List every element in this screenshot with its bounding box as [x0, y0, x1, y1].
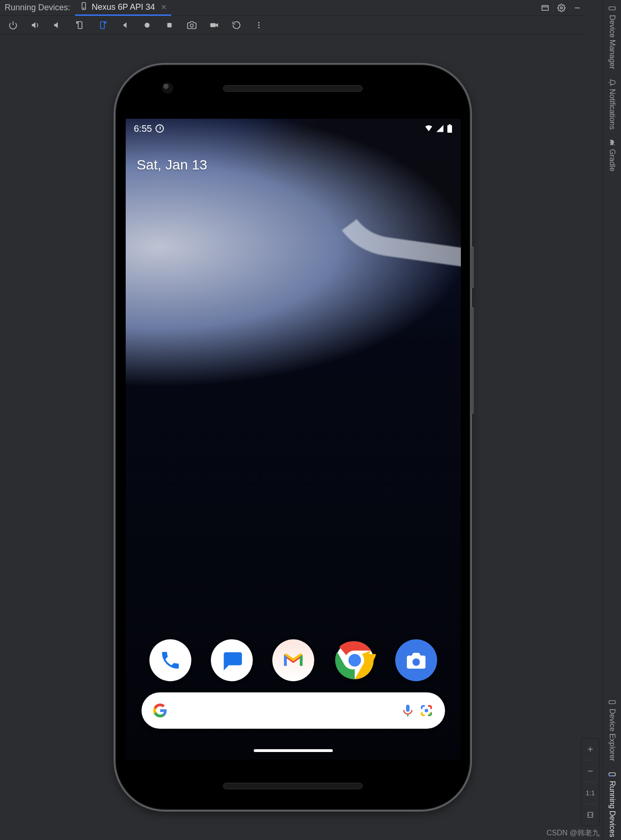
emulator-toolbar [0, 16, 585, 34]
status-time: 6:55 [134, 123, 152, 134]
gradle-icon [608, 139, 616, 146]
volume-rocker [471, 307, 474, 414]
overview-icon[interactable] [158, 16, 181, 34]
clock-icon [155, 124, 164, 133]
svg-rect-17 [449, 124, 451, 125]
svg-point-25 [429, 712, 431, 714]
device-tab-label: Nexus 6P API 34 [92, 2, 155, 12]
device-frame: 6:55 Sat, Jan 13 [114, 63, 472, 812]
svg-point-24 [425, 709, 428, 712]
google-search-bar[interactable] [142, 692, 445, 729]
google-g-icon [151, 703, 169, 718]
phone-icon [608, 698, 616, 706]
svg-point-21 [412, 658, 420, 666]
tab-running-devices[interactable]: Running Devices [608, 768, 616, 840]
back-icon[interactable] [114, 16, 136, 34]
speaker [223, 783, 363, 789]
tab-device-explorer[interactable]: Device Explorer [608, 696, 616, 764]
panel-header: Running Devices: Nexus 6P API 34 ✕ [0, 0, 585, 16]
svg-rect-27 [609, 701, 615, 704]
window-icon[interactable] [537, 0, 553, 16]
emulator-viewport: 6:55 Sat, Jan 13 [0, 34, 585, 840]
svg-rect-7 [78, 21, 82, 28]
gear-icon[interactable] [554, 0, 569, 16]
phone-icon [80, 2, 88, 13]
android-status-bar[interactable]: 6:55 [126, 119, 461, 138]
panel-title: Running Devices: [4, 3, 75, 13]
zoom-fit-icon[interactable] [581, 804, 600, 826]
home-date: Sat, Jan 13 [137, 157, 208, 173]
svg-point-1 [83, 8, 84, 9]
right-tool-strip: Device Manager Notifications Gradle Devi… [602, 0, 621, 840]
gmail-app-icon[interactable] [272, 639, 314, 681]
svg-rect-16 [447, 125, 452, 133]
chrome-app-icon[interactable] [334, 639, 376, 681]
screen-record-icon[interactable] [203, 16, 225, 34]
minimize-icon[interactable] [569, 0, 585, 16]
mic-icon[interactable] [398, 704, 417, 718]
phone-icon [608, 5, 616, 12]
svg-point-13 [258, 22, 260, 23]
svg-rect-10 [167, 23, 171, 27]
snapshot-icon[interactable] [225, 16, 248, 34]
svg-rect-26 [609, 7, 615, 10]
tab-device-manager[interactable]: Device Manager [608, 2, 616, 72]
zoom-in-icon[interactable] [581, 738, 600, 760]
lens-icon[interactable] [417, 704, 436, 718]
front-camera [162, 82, 173, 94]
earpiece [223, 85, 363, 92]
volume-up-icon[interactable] [24, 16, 47, 34]
power-icon[interactable] [2, 16, 24, 34]
gesture-nav-bar[interactable] [254, 749, 333, 752]
more-vertical-icon[interactable] [248, 16, 270, 34]
bell-icon [608, 79, 616, 86]
signal-icon [436, 124, 444, 133]
volume-down-icon[interactable] [47, 16, 69, 34]
zoom-out-icon[interactable] [581, 760, 600, 782]
battery-icon [447, 124, 452, 133]
home-icon[interactable] [136, 16, 158, 34]
svg-point-9 [145, 22, 150, 27]
tab-notifications[interactable]: Notifications [608, 76, 616, 132]
svg-point-11 [190, 24, 194, 27]
close-icon[interactable]: ✕ [161, 3, 167, 12]
wifi-icon [425, 124, 433, 133]
svg-point-14 [258, 24, 260, 26]
rotate-left-icon[interactable] [69, 16, 91, 34]
device-tab[interactable]: Nexus 6P API 34 ✕ [75, 0, 171, 16]
tab-gradle[interactable]: Gradle [608, 136, 616, 174]
svg-point-15 [258, 27, 260, 28]
rotate-right-icon[interactable] [91, 16, 114, 34]
svg-point-4 [560, 7, 563, 9]
svg-rect-8 [101, 21, 104, 28]
phone-app-icon[interactable] [149, 639, 191, 681]
svg-rect-2 [542, 5, 548, 10]
zoom-controls: 1:1 [581, 738, 600, 826]
svg-rect-12 [210, 23, 216, 27]
device-screen[interactable]: 6:55 Sat, Jan 13 [126, 119, 461, 759]
svg-rect-22 [406, 705, 410, 712]
home-dock [126, 639, 461, 681]
screenshot-icon[interactable] [181, 16, 203, 34]
side-button [471, 246, 474, 288]
camera-app-icon[interactable] [395, 639, 437, 681]
phone-play-icon [608, 771, 616, 778]
messages-app-icon[interactable] [211, 639, 253, 681]
watermark: CSDN @韩老九 [547, 828, 600, 838]
zoom-one-to-one[interactable]: 1:1 [581, 782, 600, 804]
